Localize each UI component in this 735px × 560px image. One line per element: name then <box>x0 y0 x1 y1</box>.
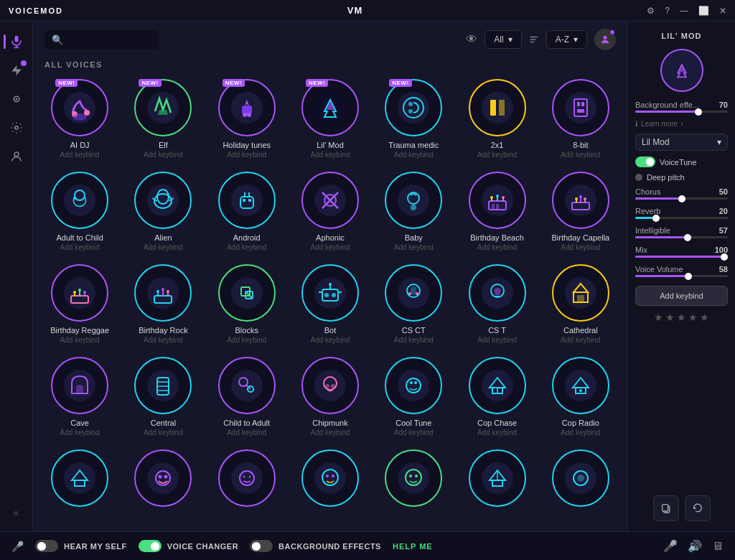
avatar[interactable] <box>594 29 616 50</box>
voice-item-trauma-medic[interactable]: NEW! Trauma medic Add keybind <box>374 75 453 163</box>
reset-button[interactable] <box>685 495 711 521</box>
voice-keybind-birthday-reggae[interactable]: Add keybind <box>60 336 100 344</box>
voice-item-row5-1[interactable] <box>40 445 119 515</box>
voice-item-cop-chase[interactable]: Cop Chase Add keybind <box>457 353 536 441</box>
voice-item-ai-dj[interactable]: NEW! AI DJ Add keybind <box>40 75 119 163</box>
voice-keybind-birthday-capella[interactable]: Add keybind <box>561 243 600 251</box>
voice-item-row5-7[interactable] <box>541 445 620 515</box>
voice-volume-slider[interactable] <box>635 275 728 277</box>
voice-item-cs-ct[interactable]: CS CT Add keybind <box>374 260 453 348</box>
search-input[interactable] <box>67 34 152 45</box>
sidebar-item-user[interactable] <box>4 144 29 169</box>
voice-keybind-alien[interactable]: Add keybind <box>144 243 183 251</box>
sidebar-expand-button[interactable]: « <box>0 501 32 524</box>
stars-rating[interactable]: ★ ★ ★ ★ ★ <box>635 312 728 323</box>
voice-item-row5-5[interactable] <box>374 445 453 515</box>
voice-keybind-cs-t[interactable]: Add keybind <box>477 336 517 344</box>
voice-item-birthday-beach[interactable]: Birthday Beach Add keybind <box>457 167 536 256</box>
learn-more-row[interactable]: ℹ Learn more › <box>635 120 728 128</box>
star-1[interactable]: ★ <box>654 312 663 323</box>
voice-keybind-lil-mod[interactable]: Add keybind <box>310 151 350 159</box>
voice-changer-toggle[interactable] <box>139 540 161 552</box>
sort-az-button[interactable]: A-Z ▾ <box>546 30 587 49</box>
chorus-slider[interactable] <box>635 197 728 200</box>
voice-item-chipmunk[interactable]: Chipmunk Add keybind <box>291 353 370 441</box>
voice-keybind-elf[interactable]: Add keybind <box>144 151 183 159</box>
minimize-button[interactable]: — <box>680 6 688 16</box>
voice-item-android[interactable]: Android Add keybind <box>207 167 286 256</box>
intelligible-slider[interactable] <box>635 236 728 238</box>
voice-keybind-android[interactable]: Add keybind <box>227 243 266 251</box>
voice-keybind-chipmunk[interactable]: Add keybind <box>310 429 350 437</box>
voice-keybind-holiday-tunes[interactable]: Add keybind <box>227 151 266 159</box>
filter-all-button[interactable]: All ▾ <box>484 30 521 49</box>
voice-keybind-cool-tune[interactable]: Add keybind <box>394 429 434 437</box>
add-keybind-button[interactable]: Add keybind <box>635 286 728 306</box>
sidebar-item-settings[interactable] <box>4 115 29 141</box>
voice-keybind-child-to-adult[interactable]: Add keybind <box>227 429 266 437</box>
voice-item-holiday-tunes[interactable]: NEW! Holiday tunes Add keybind <box>207 75 286 163</box>
preset-select[interactable]: Lil Mod ▾ <box>635 134 728 151</box>
voice-item-central[interactable]: Central Add keybind <box>123 353 202 441</box>
voice-item-alien[interactable]: Alien Add keybind <box>123 167 202 256</box>
star-3[interactable]: ★ <box>677 312 686 323</box>
voice-keybind-ai-dj[interactable]: Add keybind <box>60 151 100 159</box>
mic-icon-right[interactable]: 🎤 <box>663 539 678 553</box>
voice-item-aphonic[interactable]: Aphonic Add keybind <box>291 167 370 256</box>
voice-item-bot[interactable]: Bot Add keybind <box>291 260 370 348</box>
voice-item-row5-6[interactable] <box>457 445 536 515</box>
sidebar-item-thermometer[interactable] <box>4 86 29 112</box>
voice-item-child-to-adult[interactable]: Child to Adult Add keybind <box>207 353 286 441</box>
volume-icon-right[interactable]: 🔊 <box>688 539 702 553</box>
voice-keybind-birthday-rock[interactable]: Add keybind <box>144 336 183 344</box>
bg-effect-slider[interactable] <box>635 111 728 113</box>
voice-keybind-trauma-medic[interactable]: Add keybind <box>394 151 434 159</box>
star-4[interactable]: ★ <box>688 312 698 323</box>
settings-icon[interactable]: ⚙ <box>647 6 655 16</box>
sidebar-item-lightning[interactable] <box>4 57 29 83</box>
reverb-slider[interactable] <box>635 217 728 219</box>
voice-item-cool-tune[interactable]: Cool Tune Add keybind <box>374 353 453 441</box>
voice-item-lil-mod[interactable]: NEW! Lil' Mod Add keybind <box>291 75 370 163</box>
star-5[interactable]: ★ <box>700 312 709 323</box>
close-button[interactable]: ✕ <box>719 6 726 16</box>
voice-item-row5-3[interactable] <box>207 445 286 515</box>
voice-item-cathedral[interactable]: Cathedral Add keybind <box>541 260 620 348</box>
voice-item-baby[interactable]: Baby Add keybind <box>374 167 453 256</box>
voice-keybind-aphonic[interactable]: Add keybind <box>310 243 350 251</box>
voice-keybind-cs-ct[interactable]: Add keybind <box>394 336 434 344</box>
voice-keybind-cathedral[interactable]: Add keybind <box>561 336 600 344</box>
mix-slider[interactable] <box>635 256 728 258</box>
voice-keybind-blocks[interactable]: Add keybind <box>227 336 266 344</box>
eye-icon[interactable]: 👁 <box>466 33 477 46</box>
voice-item-cave[interactable]: Cave Add keybind <box>40 353 119 441</box>
voice-keybind-birthday-beach[interactable]: Add keybind <box>477 243 517 251</box>
voice-item-birthday-rock[interactable]: Birthday Rock Add keybind <box>123 260 202 348</box>
voice-keybind-2x1[interactable]: Add keybind <box>477 151 517 159</box>
help-me-label[interactable]: HELP ME <box>393 542 433 551</box>
voice-keybind-cop-chase[interactable]: Add keybind <box>477 429 517 437</box>
sidebar-item-microphone[interactable] <box>4 29 29 55</box>
voice-keybind-central[interactable]: Add keybind <box>144 429 183 437</box>
voice-item-birthday-capella[interactable]: Birthday Capella Add keybind <box>541 167 620 256</box>
voicetune-toggle[interactable] <box>635 157 655 167</box>
voice-item-adult-to-child[interactable]: Adult to Child Add keybind <box>40 167 119 256</box>
star-2[interactable]: ★ <box>665 312 675 323</box>
voice-keybind-cop-radio[interactable]: Add keybind <box>561 429 600 437</box>
voice-item-birthday-reggae[interactable]: Birthday Reggae Add keybind <box>40 260 119 348</box>
voice-item-cs-t[interactable]: CS T Add keybind <box>457 260 536 348</box>
voice-item-elf[interactable]: NEW! Elf Add keybind <box>123 75 202 163</box>
voice-keybind-adult-to-child[interactable]: Add keybind <box>60 243 100 251</box>
display-icon-right[interactable]: 🖥 <box>712 540 724 553</box>
hear-myself-toggle[interactable] <box>35 540 58 552</box>
voice-item-cop-radio[interactable]: Cop Radio Add keybind <box>541 353 620 441</box>
voice-keybind-cave[interactable]: Add keybind <box>60 429 100 437</box>
maximize-button[interactable]: ⬜ <box>698 6 709 16</box>
voice-item-row5-4[interactable] <box>291 445 370 515</box>
voice-item-8bit[interactable]: 8-bit Add keybind <box>541 75 620 163</box>
voice-keybind-8bit[interactable]: Add keybind <box>561 151 600 159</box>
copy-button[interactable] <box>653 495 679 521</box>
voice-keybind-baby[interactable]: Add keybind <box>394 243 434 251</box>
voice-keybind-bot[interactable]: Add keybind <box>310 336 350 344</box>
voice-item-row5-2[interactable] <box>123 445 202 515</box>
